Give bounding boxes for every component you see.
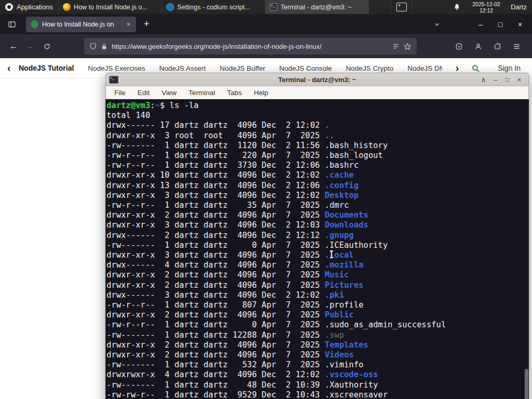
taskbar-item[interactable]: How to Install Node.js o... — [59, 0, 162, 14]
nav-item[interactable]: NodeJS Assert — [159, 64, 206, 72]
terminal-listing-line: -rw------- 1 dartz dartz 532 Apr 7 2025 … — [107, 360, 529, 370]
maximize-button[interactable]: □ — [493, 17, 508, 32]
listing-meta: drwxr-xr-x 10 dartz dartz 4096 Dec 2 12:… — [107, 170, 325, 180]
reload-button[interactable] — [38, 38, 55, 55]
tab-close-button[interactable]: × — [125, 20, 131, 28]
url-bar[interactable]: https://www.geeksforgeeks.org/node-js/in… — [84, 38, 417, 55]
listing-meta: drwxr-xr-x 3 dartz dartz 4096 Dec 2 12:0… — [107, 220, 325, 230]
listing-meta: drwxr-xr-x 2 dartz dartz 4096 Apr 7 2025 — [107, 310, 325, 320]
panel-user-button[interactable]: Dartz — [504, 3, 532, 11]
terminal-listing-line: drwxr-xr-x 3 root root 4096 Apr 7 2025 .… — [107, 131, 529, 141]
terminal-listing-line: -rw------- 1 dartz dartz 48 Dec 2 10:39 … — [107, 380, 529, 390]
account-button[interactable] — [470, 38, 486, 55]
browser-tab-active[interactable]: How to Install Node.js on × — [26, 17, 136, 32]
listing-meta: -rw------- 1 dartz dartz 0 Apr 7 2025 — [107, 241, 325, 250]
close-button[interactable]: × — [512, 17, 528, 32]
panel-clock[interactable]: 2025-12-02 12:12 — [468, 1, 504, 14]
pocket-button[interactable] — [450, 38, 467, 55]
firefox-view-button[interactable] — [5, 18, 19, 31]
scrollbar-thumb[interactable] — [525, 369, 528, 399]
listing-filename: .xscreensaver — [325, 390, 388, 399]
applications-menu-button[interactable]: Applications — [0, 0, 59, 14]
terminal-prompt-line: dartz@vm3:~$ ls -la — [107, 101, 529, 111]
taskbar-item[interactable]: Terminal - dartz@vm3: ~ — [265, 0, 369, 14]
terminal-titlebar[interactable]: Terminal - dartz@vm3: ~ ∧ – □ × — [105, 73, 529, 86]
listing-filename: .bash_history — [325, 141, 388, 150]
nav-item[interactable]: NodeJS Exercises — [88, 64, 145, 72]
terminal-maximize-button[interactable]: □ — [501, 74, 513, 85]
prompt-cwd: ~ — [155, 101, 159, 110]
app-menu-button[interactable] — [508, 38, 525, 55]
nav-item[interactable]: NodeJS DNS — [407, 64, 443, 72]
listing-filename: Videos — [325, 350, 354, 360]
terminal-menubar: FileEditViewTerminalTabsHelp — [105, 86, 529, 99]
terminal-listing-line: drwxr-xr-x 2 dartz dartz 4096 Apr 7 2025… — [107, 210, 529, 220]
clock-date: 2025-12-02 — [472, 1, 500, 7]
terminal-listing-line: drwxr-xr-x 2 dartz dartz 4096 Apr 7 2025… — [107, 340, 529, 350]
puzzle-icon — [494, 43, 501, 50]
listing-filename: .viminfo — [325, 360, 364, 369]
firefox-icon — [63, 3, 71, 11]
terminal-scrollbar[interactable] — [524, 100, 528, 399]
listing-meta: drwx------ 2 dartz dartz 4096 Dec 2 12:1… — [107, 231, 325, 240]
terminal-screen[interactable]: dartz@vm3:~$ ls -latotal 140drwx------ 1… — [105, 99, 529, 399]
listing-filename: .ICEauthority — [325, 241, 388, 250]
menu-item[interactable]: Tabs — [227, 89, 242, 97]
bell-icon — [453, 3, 461, 11]
minimize-button[interactable]: – — [473, 17, 488, 32]
tray-terminal-button[interactable] — [391, 0, 413, 14]
new-tab-button[interactable]: + — [139, 17, 154, 32]
user-name: Dartz — [511, 3, 527, 11]
listing-filename: Pictures — [325, 281, 364, 290]
listing-meta: drwxr-xr-x 3 root root 4096 Apr 7 2025 — [107, 131, 325, 140]
terminal-listing-line: -rw-rw-r-- 1 dartz dartz 9529 Dec 2 10:4… — [107, 390, 529, 399]
back-button[interactable]: ← — [5, 38, 22, 55]
listing-filename: Templates — [325, 340, 368, 350]
listing-filename: .. — [325, 131, 335, 140]
listing-meta: -rw-r--r-- 1 dartz dartz 807 Apr 7 2025 — [107, 300, 325, 310]
terminal-icon — [270, 3, 277, 11]
listing-meta: -rw-r--r-- 1 dartz dartz 0 Apr 7 2025 — [107, 320, 325, 329]
terminal-listing-line: drwxr-xr-x 10 dartz dartz 4096 Dec 2 12:… — [107, 170, 529, 180]
nav-item[interactable]: NodeJS Buffer — [220, 64, 265, 72]
window-controls: – □ × — [429, 17, 532, 32]
bookmark-star-icon[interactable] — [404, 43, 411, 50]
menu-item[interactable]: Terminal — [189, 89, 215, 97]
terminal-minimize-button[interactable]: – — [489, 74, 501, 85]
nav-scroll-left-button[interactable]: ‹ — [7, 58, 10, 78]
tracking-shield-icon — [89, 43, 97, 50]
listing-filename: .mozilla — [325, 260, 364, 270]
shade-button[interactable]: ∧ — [477, 74, 489, 85]
prompt-symbol: $ — [160, 101, 170, 110]
terminal-window-controls: ∧ – □ × — [477, 74, 525, 85]
chevron-down-icon — [433, 21, 441, 28]
menu-item[interactable]: View — [162, 89, 177, 97]
extensions-button[interactable] — [489, 38, 506, 55]
listing-meta: drwx------ 4 dartz dartz 4096 Apr 7 2025 — [107, 260, 325, 270]
list-tabs-button[interactable] — [429, 17, 445, 32]
listing-meta: drwxrwxr-x 4 dartz dartz 4096 Dec 2 12:0… — [107, 370, 325, 379]
navigation-toolbar: ← → https://www.geeksforgeeks.org/node-j… — [0, 34, 532, 58]
listing-filename: .cache — [325, 170, 354, 180]
search-icon[interactable] — [471, 64, 480, 73]
reader-mode-icon[interactable] — [392, 43, 400, 50]
taskbar-item-label: How to Install Node.js o... — [74, 4, 148, 11]
nav-item[interactable]: NodeJS Console — [279, 64, 331, 72]
applications-label: Applications — [17, 3, 53, 11]
taskbar-item[interactable]: Settings - codium script... — [162, 0, 265, 14]
toolbar-right-icons — [450, 38, 527, 55]
menu-item[interactable]: Help — [254, 89, 269, 97]
terminal-window: Terminal - dartz@vm3: ~ ∧ – □ × FileEdit… — [105, 73, 529, 399]
listing-filename: Documents — [325, 210, 368, 220]
nav-item[interactable]: NodeJS Crypto — [346, 64, 394, 72]
terminal-listing-line: -rw-r--r-- 1 dartz dartz 220 Apr 7 2025 … — [107, 151, 529, 161]
terminal-close-button[interactable]: × — [513, 74, 525, 85]
distro-logo-icon — [5, 3, 13, 11]
forward-button[interactable]: → — [22, 38, 38, 55]
menu-item[interactable]: File — [114, 89, 126, 97]
listing-filename: Music — [325, 270, 349, 280]
notifications-button[interactable] — [413, 3, 468, 11]
nav-scroll-right-button[interactable]: › — [456, 62, 459, 74]
nav-item[interactable]: NodeJS Tutorial — [19, 64, 74, 72]
menu-item[interactable]: Edit — [138, 89, 150, 97]
